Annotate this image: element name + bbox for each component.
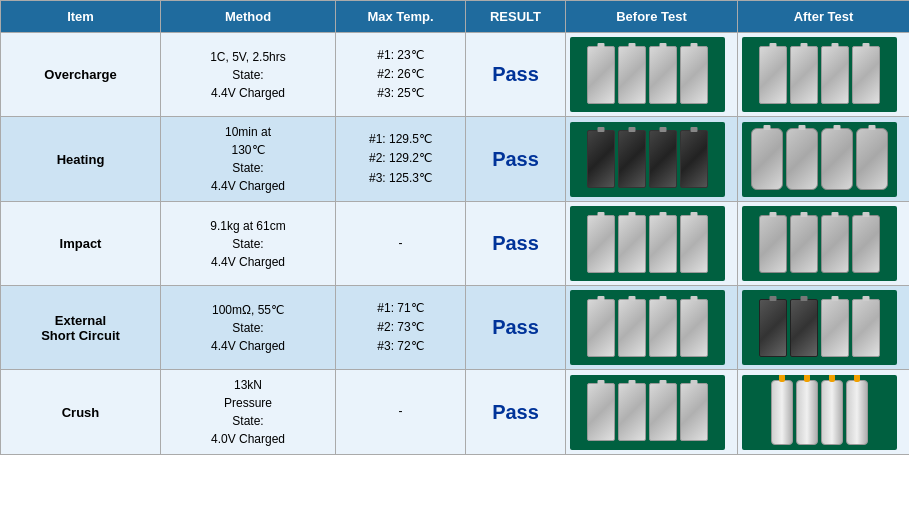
method-text: 9.1kg at 61cmState:4.4V Charged [210, 219, 285, 269]
item-label: Overcharge [44, 67, 116, 82]
item-cell: External Short Circuit [1, 286, 161, 370]
before-test-cell [566, 286, 738, 370]
temp-cell: - [336, 202, 466, 286]
item-cell: Heating [1, 117, 161, 202]
header-result: RESULT [466, 1, 566, 33]
temp-text: #1: 23℃#2: 26℃#3: 25℃ [377, 48, 423, 100]
temp-text: - [399, 404, 403, 418]
before-test-cell [566, 117, 738, 202]
method-cell: 1C, 5V, 2.5hrsState:4.4V Charged [161, 33, 336, 117]
result-cell: Pass [466, 202, 566, 286]
temp-text: #1: 129.5℃#2: 129.2℃#3: 125.3℃ [369, 132, 432, 184]
method-cell: 13kNPressureState:4.0V Charged [161, 370, 336, 455]
before-test-cell [566, 33, 738, 117]
item-label: Impact [60, 236, 102, 251]
after-test-cell [738, 370, 910, 455]
temp-cell: #1: 23℃#2: 26℃#3: 25℃ [336, 33, 466, 117]
result-cell: Pass [466, 33, 566, 117]
temp-text: - [399, 236, 403, 250]
after-test-cell [738, 33, 910, 117]
before-test-cell [566, 370, 738, 455]
header-before: Before Test [566, 1, 738, 33]
header-temp: Max Temp. [336, 1, 466, 33]
method-cell: 100mΩ, 55℃State:4.4V Charged [161, 286, 336, 370]
table-row: Heating10min at130℃State:4.4V Charged#1:… [1, 117, 910, 202]
after-test-cell [738, 202, 910, 286]
result-pass-label: Pass [492, 401, 539, 423]
result-pass-label: Pass [492, 232, 539, 254]
item-cell: Impact [1, 202, 161, 286]
result-pass-label: Pass [492, 63, 539, 85]
method-cell: 10min at130℃State:4.4V Charged [161, 117, 336, 202]
temp-cell: - [336, 370, 466, 455]
method-text: 10min at130℃State:4.4V Charged [211, 125, 285, 193]
table-row: Overcharge1C, 5V, 2.5hrsState:4.4V Charg… [1, 33, 910, 117]
before-test-cell [566, 202, 738, 286]
item-label: Crush [62, 405, 100, 420]
item-cell: Crush [1, 370, 161, 455]
item-cell: Overcharge [1, 33, 161, 117]
header-method: Method [161, 1, 336, 33]
item-label: External Short Circuit [41, 313, 120, 343]
temp-cell: #1: 71℃#2: 73℃#3: 72℃ [336, 286, 466, 370]
method-text: 1C, 5V, 2.5hrsState:4.4V Charged [210, 50, 286, 100]
table-row: External Short Circuit100mΩ, 55℃State:4.… [1, 286, 910, 370]
table-row: Impact9.1kg at 61cmState:4.4V Charged-Pa… [1, 202, 910, 286]
temp-cell: #1: 129.5℃#2: 129.2℃#3: 125.3℃ [336, 117, 466, 202]
header-after: After Test [738, 1, 910, 33]
method-cell: 9.1kg at 61cmState:4.4V Charged [161, 202, 336, 286]
result-pass-label: Pass [492, 316, 539, 338]
after-test-cell [738, 286, 910, 370]
temp-text: #1: 71℃#2: 73℃#3: 72℃ [377, 301, 423, 353]
result-cell: Pass [466, 117, 566, 202]
method-text: 13kNPressureState:4.0V Charged [211, 378, 285, 446]
result-cell: Pass [466, 286, 566, 370]
result-pass-label: Pass [492, 148, 539, 170]
method-text: 100mΩ, 55℃State:4.4V Charged [211, 303, 285, 353]
table-row: Crush13kNPressureState:4.0V Charged-Pass [1, 370, 910, 455]
item-label: Heating [57, 152, 105, 167]
result-cell: Pass [466, 370, 566, 455]
header-item: Item [1, 1, 161, 33]
after-test-cell [738, 117, 910, 202]
